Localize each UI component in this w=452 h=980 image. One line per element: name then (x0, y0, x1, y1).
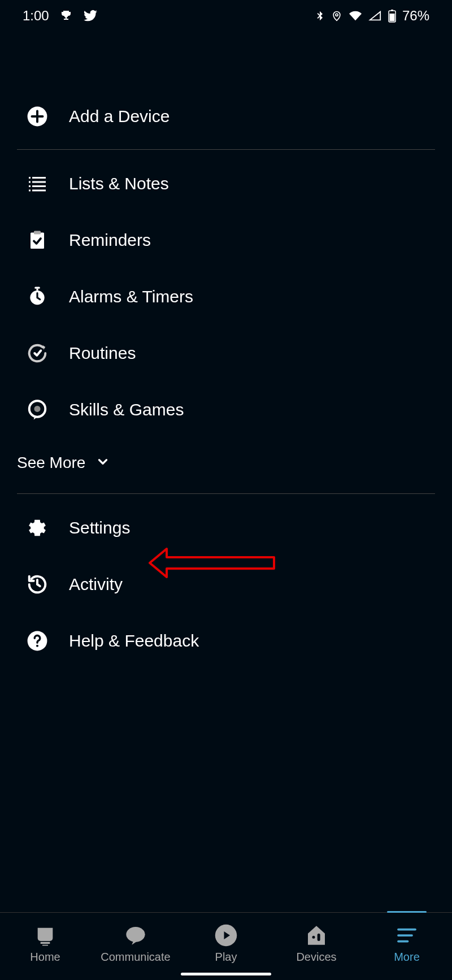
svg-rect-16 (36, 289, 38, 290)
menu-lines-icon (395, 923, 419, 947)
status-time: 1:00 (23, 8, 49, 24)
svg-rect-11 (29, 190, 31, 192)
home-icon (33, 923, 57, 947)
svg-rect-13 (31, 233, 44, 249)
svg-rect-12 (32, 190, 46, 192)
bluetooth-icon (314, 9, 325, 23)
divider (17, 149, 435, 150)
menu-label: Alarms & Timers (69, 287, 193, 306)
menu-label: Help & Feedback (69, 631, 199, 651)
nav-label: Communicate (101, 951, 170, 964)
list-icon (26, 172, 49, 195)
svg-rect-3 (389, 14, 394, 21)
svg-point-26 (312, 936, 315, 939)
activity-item[interactable]: Activity (17, 556, 435, 613)
signal-icon (368, 10, 382, 22)
nav-label: Devices (296, 951, 336, 964)
location-icon (331, 9, 342, 23)
twitter-icon (83, 8, 98, 23)
nav-label: Home (30, 951, 60, 964)
svg-rect-5 (29, 177, 31, 179)
svg-rect-27 (318, 934, 320, 941)
plus-circle-icon (26, 105, 49, 128)
status-left: 1:00 (23, 8, 98, 24)
lists-notes-item[interactable]: Lists & Notes (17, 155, 435, 212)
see-more-toggle[interactable]: See More (17, 438, 435, 488)
see-more-label: See More (17, 454, 85, 472)
reminders-item[interactable]: Reminders (17, 212, 435, 268)
nav-label: More (394, 951, 420, 964)
svg-rect-14 (34, 231, 41, 235)
svg-point-24 (126, 927, 145, 942)
svg-rect-2 (391, 10, 393, 11)
battery-percent: 76% (402, 8, 429, 24)
gear-icon (26, 517, 49, 539)
add-device-label: Add a Device (69, 107, 169, 126)
alarm-clock-icon (26, 285, 49, 308)
svg-rect-8 (32, 181, 46, 183)
wifi-icon (348, 10, 363, 22)
svg-rect-9 (29, 185, 31, 187)
bottom-nav: Home Communicate Play Devices More (0, 912, 452, 980)
divider (17, 493, 435, 494)
play-circle-icon (214, 923, 238, 947)
status-bar: 1:00 76% (0, 0, 452, 32)
svg-rect-6 (32, 177, 46, 179)
skills-games-item[interactable]: Skills & Games (17, 381, 435, 438)
battery-icon (388, 9, 397, 23)
svg-point-0 (336, 14, 338, 16)
svg-rect-15 (34, 287, 40, 289)
settings-item[interactable]: Settings (17, 500, 435, 556)
alarms-timers-item[interactable]: Alarms & Timers (17, 268, 435, 325)
nav-communicate[interactable]: Communicate (96, 923, 175, 964)
nav-home[interactable]: Home (6, 923, 85, 964)
chevron-down-icon (95, 454, 110, 471)
svg-point-21 (36, 645, 38, 647)
question-circle-icon (26, 630, 49, 652)
nav-devices[interactable]: Devices (277, 923, 356, 964)
history-icon (26, 573, 49, 596)
clipboard-check-icon (26, 229, 49, 251)
svg-rect-7 (29, 181, 31, 183)
svg-rect-22 (41, 942, 50, 944)
routine-cycle-icon (26, 342, 49, 365)
menu-label: Settings (69, 518, 130, 537)
nav-more[interactable]: More (367, 923, 446, 964)
menu-label: Lists & Notes (69, 174, 169, 193)
devices-icon (305, 923, 328, 947)
status-right: 76% (314, 8, 429, 24)
menu-label: Activity (69, 575, 123, 594)
nav-play[interactable]: Play (186, 923, 266, 964)
chat-star-icon (26, 398, 49, 421)
svg-point-19 (34, 406, 40, 412)
home-indicator[interactable] (181, 973, 271, 975)
trophy-icon (59, 9, 73, 23)
more-menu: Add a Device Lists & Notes Reminders Ala… (0, 32, 452, 669)
menu-label: Routines (69, 344, 136, 363)
svg-rect-10 (32, 185, 46, 187)
menu-label: Reminders (69, 231, 151, 250)
chat-bubble-icon (124, 923, 147, 947)
svg-rect-23 (42, 945, 48, 946)
nav-label: Play (215, 951, 237, 964)
routines-item[interactable]: Routines (17, 325, 435, 381)
menu-label: Skills & Games (69, 400, 184, 419)
add-device-item[interactable]: Add a Device (17, 88, 435, 144)
help-feedback-item[interactable]: Help & Feedback (17, 613, 435, 669)
